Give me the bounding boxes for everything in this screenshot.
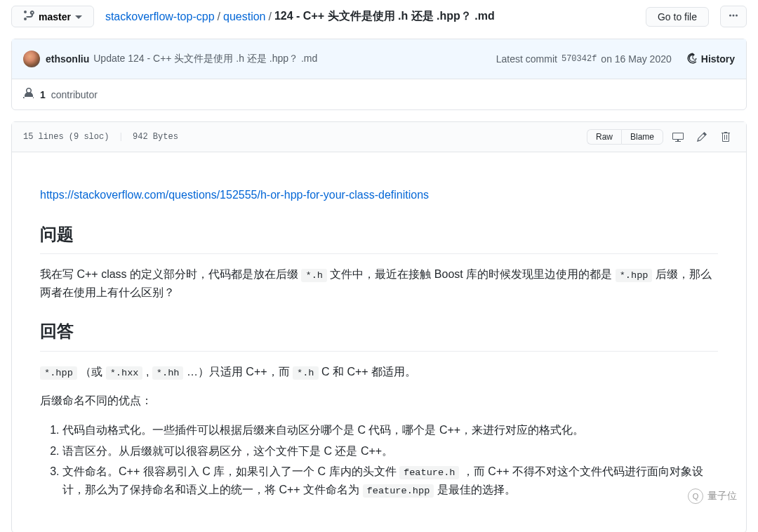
code-feature-hpp: feature.hpp <box>363 484 434 498</box>
code-h: *.h <box>301 269 326 282</box>
source-link[interactable]: https://stackoverflow.com/questions/1525… <box>40 189 429 201</box>
heading-answer: 回答 <box>40 318 718 351</box>
branch-select-button[interactable]: master <box>11 6 94 27</box>
more-actions-button[interactable] <box>720 6 747 27</box>
code-h: *.h <box>293 366 318 380</box>
code-hh: *.hh <box>152 366 184 380</box>
breadcrumb-repo-link[interactable]: stackoverflow-top-cpp <box>105 11 215 23</box>
commit-date: on 16 May 2020 <box>601 53 671 65</box>
code-hpp: *.hpp <box>40 366 77 380</box>
history-label: History <box>701 53 735 65</box>
avatar[interactable] <box>23 51 40 67</box>
file-box: 15 lines (9 sloc) | 942 Bytes Raw Blame … <box>11 121 747 532</box>
kebab-icon <box>728 12 739 23</box>
list-item: 文件命名。C++ 很容易引入 C 库，如果引入了一个 C 库内的头文件 feat… <box>62 463 718 499</box>
commit-box: ethsonliu Update 124 - C++ 头文件是使用 .h 还是 … <box>11 39 747 110</box>
question-paragraph: 我在写 C++ class 的定义部分时，代码都是放在后缀 *.h 文件中，最近… <box>40 265 718 301</box>
file-size: 942 Bytes <box>133 132 178 142</box>
breadcrumb-current-file: 124 - C++ 头文件是使用 .h 还是 .hpp？ .md <box>274 9 495 24</box>
commit-message[interactable]: Update 124 - C++ 头文件是使用 .h 还是 .hpp？ .md <box>93 53 317 65</box>
branch-label: master <box>39 11 71 22</box>
latest-commit-row: ethsonliu Update 124 - C++ 头文件是使用 .h 还是 … <box>12 39 746 79</box>
history-link[interactable]: History <box>687 53 735 66</box>
desktop-icon-button[interactable] <box>669 128 687 146</box>
go-to-file-button[interactable]: Go to file <box>646 7 709 27</box>
watermark-text: 量子位 <box>707 490 737 503</box>
history-icon <box>687 53 698 66</box>
trash-icon-button[interactable] <box>717 128 735 146</box>
code-hpp: *.hpp <box>616 269 653 282</box>
contributor-label: contributor <box>51 89 98 100</box>
breadcrumb: stackoverflow-top-cpp / question / 124 -… <box>105 9 634 24</box>
advantages-intro: 后缀命名不同的优点： <box>40 392 718 410</box>
breadcrumb-dir-link[interactable]: question <box>223 11 266 23</box>
git-branch-icon <box>23 10 34 23</box>
commit-sha[interactable]: 570342f <box>561 54 597 64</box>
answer-paragraph-1: *.hpp （或 *.hxx , *.hh …）只适用 C++，而 *.h C … <box>40 363 718 381</box>
breadcrumb-sep: / <box>218 11 220 23</box>
blame-button[interactable]: Blame <box>621 129 663 145</box>
people-icon <box>23 88 34 101</box>
contributor-count: 1 <box>40 89 46 100</box>
contributors-row[interactable]: 1 contributor <box>12 79 746 109</box>
watermark: Q 量子位 <box>688 488 737 504</box>
pencil-icon-button[interactable] <box>693 128 711 146</box>
latest-commit-label: Latest commit <box>496 53 557 65</box>
caret-down-icon <box>75 11 82 22</box>
commit-author[interactable]: ethsonliu <box>46 53 89 65</box>
markdown-body: https://stackoverflow.com/questions/1525… <box>12 152 746 532</box>
list-item: 语言区分。从后缀就可以很容易区分，这个文件下是 C 还是 C++。 <box>62 442 718 460</box>
advantages-list: 代码自动格式化。一些插件可以根据后缀来自动区分哪个是 C 代码，哪个是 C++，… <box>40 421 718 499</box>
heading-question: 问题 <box>40 221 718 254</box>
raw-button[interactable]: Raw <box>587 129 621 145</box>
list-item: 代码自动格式化。一些插件可以根据后缀来自动区分哪个是 C 代码，哪个是 C++，… <box>62 421 718 439</box>
wechat-icon: Q <box>688 488 703 504</box>
file-stats: 15 lines (9 sloc) | 942 Bytes <box>23 132 178 142</box>
code-hxx: *.hxx <box>106 366 143 380</box>
code-feature-h: feature.h <box>399 466 459 479</box>
breadcrumb-sep: / <box>269 11 272 23</box>
line-count: 15 lines (9 sloc) <box>23 132 109 142</box>
file-header: 15 lines (9 sloc) | 942 Bytes Raw Blame <box>12 122 746 152</box>
